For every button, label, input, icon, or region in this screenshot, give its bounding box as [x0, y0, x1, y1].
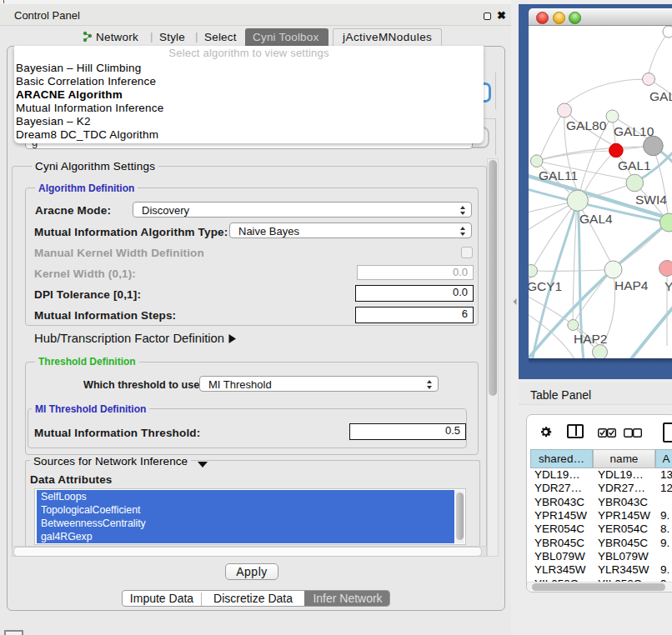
svg-text:GAL10: GAL10	[614, 124, 654, 138]
svg-text:Y: Y	[664, 279, 672, 293]
svg-text:HAP4: HAP4	[614, 278, 649, 292]
svg-text:GAL4: GAL4	[579, 212, 613, 226]
svg-text:SWI4: SWI4	[635, 192, 667, 207]
svg-text:HAP2: HAP2	[574, 332, 608, 346]
svg-text:GAL11: GAL11	[539, 168, 578, 182]
svg-text:GAL: GAL	[649, 89, 672, 103]
svg-text:GAL1: GAL1	[618, 158, 651, 172]
svg-text:GAL80: GAL80	[566, 118, 607, 132]
svg-text:GCY1: GCY1	[529, 279, 562, 293]
